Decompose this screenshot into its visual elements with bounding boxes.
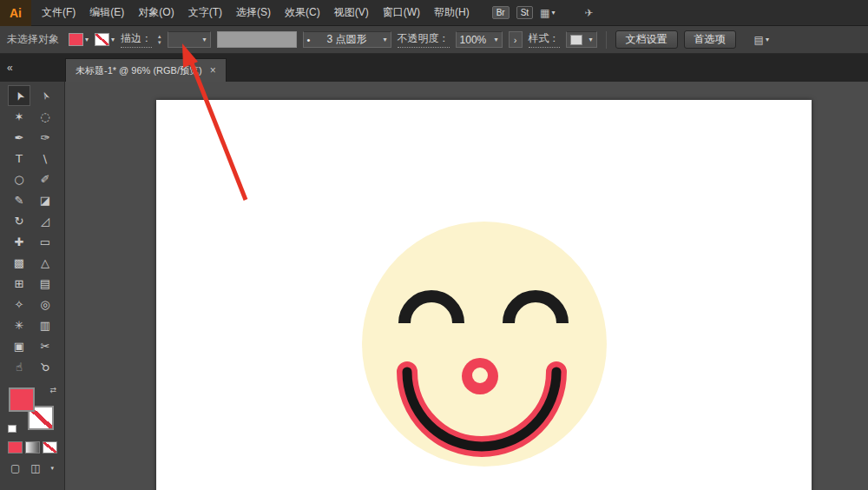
- menu-item[interactable]: 文件(F): [35, 0, 82, 26]
- toolbar-header: «: [0, 54, 65, 82]
- workspace-switcher[interactable]: ▦ ▾: [540, 7, 555, 19]
- chevron-down-icon: ▾: [111, 36, 115, 43]
- direct-selection-tool-icon: ➢: [37, 89, 53, 103]
- document-setup-button[interactable]: 文档设置: [615, 30, 678, 49]
- scale-tool-icon: ◿: [41, 215, 49, 228]
- stock-button[interactable]: St: [516, 6, 533, 19]
- bridge-button[interactable]: Br: [492, 6, 510, 19]
- perspective-grid-tool-icon: △: [41, 256, 49, 269]
- style-panel-link[interactable]: 样式：: [529, 31, 560, 48]
- tool-grid: ➤ ➢ ✶ ◌ ✒ ✑: [0, 85, 64, 377]
- pencil-tool[interactable]: ✎: [8, 189, 30, 210]
- column-graph-tool[interactable]: ▥: [34, 315, 56, 335]
- scale-tool[interactable]: ◿: [34, 210, 56, 231]
- menu-item[interactable]: 窗口(W): [376, 0, 427, 26]
- rotate-tool-icon: ↻: [15, 215, 24, 228]
- nose-inner-shape[interactable]: [472, 368, 488, 383]
- symbol-sprayer-tool[interactable]: ✳: [8, 315, 30, 335]
- gradient-mode-button[interactable]: [25, 441, 40, 454]
- stroke-color-control[interactable]: ▾: [95, 33, 115, 46]
- menu-items: 文件(F) 编辑(E) 对象(O) 文字(T) 选择(S) 效果(C) 视图(V…: [35, 0, 477, 26]
- mesh-tool[interactable]: ⊞: [8, 273, 30, 294]
- opacity-panel-link[interactable]: 不透明度：: [398, 31, 450, 48]
- stroke-panel-link[interactable]: 描边：: [121, 31, 152, 48]
- smiley-artwork[interactable]: [156, 100, 812, 490]
- stroke-color-swatch[interactable]: [95, 33, 109, 46]
- lasso-tool[interactable]: ◌: [34, 106, 56, 127]
- magic-wand-tool-icon: ✶: [15, 110, 24, 123]
- draw-mode-icon[interactable]: ▢: [10, 462, 20, 474]
- ellipse-tool[interactable]: ○: [8, 169, 30, 189]
- type-tool-icon: T: [16, 152, 23, 165]
- selection-tool[interactable]: ➤: [8, 85, 30, 106]
- chevron-right-icon: ›: [514, 35, 517, 45]
- brush-definition-combo[interactable]: • 3 点圆形 ▾: [303, 31, 391, 48]
- stepper-down-icon[interactable]: ▾: [158, 40, 161, 45]
- face-shape[interactable]: [362, 222, 607, 467]
- blend-tool[interactable]: ◎: [34, 294, 56, 315]
- preferences-button[interactable]: 首选项: [684, 30, 736, 49]
- menu-item[interactable]: 对象(O): [131, 0, 181, 26]
- perspective-grid-tool[interactable]: △: [34, 252, 56, 273]
- fill-proxy-swatch[interactable]: [9, 387, 35, 412]
- fill-color-swatch[interactable]: [69, 33, 83, 46]
- symbol-sprayer-tool-icon: ✳: [15, 319, 24, 332]
- artboard[interactable]: [156, 100, 812, 490]
- magic-wand-tool[interactable]: ✶: [8, 106, 30, 127]
- menu-item[interactable]: 文字(T): [181, 0, 229, 26]
- canvas-area[interactable]: [65, 82, 868, 490]
- eraser-tool-icon: ◪: [40, 194, 50, 207]
- fill-color-control[interactable]: ▾: [69, 33, 89, 46]
- document-tab[interactable]: 未标题-1* @ 96% (RGB/预览) ×: [65, 58, 227, 82]
- style-combo[interactable]: ▾: [566, 31, 597, 48]
- type-tool[interactable]: T: [8, 148, 30, 169]
- none-mode-button[interactable]: [43, 441, 57, 454]
- zoom-tool[interactable]: ⚲: [34, 356, 56, 377]
- pen-tool[interactable]: ✒: [8, 127, 30, 148]
- divider: [606, 31, 607, 49]
- mesh-tool-icon: ⊞: [15, 277, 24, 290]
- panel-icon: ▤: [754, 34, 764, 46]
- menu-item[interactable]: 选择(S): [229, 0, 278, 26]
- menu-item[interactable]: 视图(V): [327, 0, 376, 26]
- shape-builder-tool[interactable]: ▩: [8, 252, 30, 273]
- tools-panel: ➤ ➢ ✶ ◌ ✒ ✑: [0, 82, 65, 490]
- screen-mode-icon[interactable]: ◫: [30, 462, 40, 474]
- color-mode-button[interactable]: [8, 441, 23, 454]
- main-area: ➤ ➢ ✶ ◌ ✒ ✑: [0, 82, 868, 490]
- chevron-down-icon: ▾: [551, 9, 555, 17]
- hand-tool[interactable]: ☝: [8, 356, 30, 377]
- curvature-tool[interactable]: ✑: [34, 127, 56, 148]
- slice-tool[interactable]: ✂: [34, 335, 56, 356]
- stroke-width-combo[interactable]: ▾: [168, 31, 211, 48]
- toolbar-bottom-icons: ▢ ◫ ▾: [0, 462, 64, 474]
- brush-definition-value: 3 点圆形: [326, 32, 366, 47]
- free-transform-tool[interactable]: ▭: [34, 231, 56, 252]
- gradient-tool[interactable]: ▤: [34, 273, 56, 294]
- opacity-combo[interactable]: 100% ▾: [456, 31, 503, 48]
- paintbrush-tool[interactable]: ✐: [34, 169, 56, 189]
- menu-item[interactable]: 编辑(E): [82, 0, 131, 26]
- opacity-more-button[interactable]: ›: [509, 31, 523, 48]
- close-icon[interactable]: ×: [210, 64, 216, 76]
- menu-item[interactable]: 帮助(H): [427, 0, 477, 26]
- line-tool[interactable]: \: [34, 148, 56, 169]
- rotate-tool[interactable]: ↻: [8, 210, 30, 231]
- eyedropper-tool[interactable]: ✧: [8, 294, 30, 315]
- chevron-down-icon: ▾: [85, 36, 89, 43]
- collapse-toolbar-icon[interactable]: «: [7, 62, 13, 74]
- direct-selection-tool[interactable]: ➢: [34, 85, 56, 106]
- share-button[interactable]: ✈: [584, 7, 593, 19]
- stroke-width-stepper[interactable]: ▴ ▾: [158, 34, 161, 45]
- swap-fill-stroke-icon[interactable]: ⇄: [49, 386, 56, 394]
- control-panel-menu[interactable]: ▤ ▾: [754, 34, 769, 46]
- menu-bar: Ai 文件(F) 编辑(E) 对象(O) 文字(T) 选择(S) 效果(C) 视…: [0, 0, 868, 26]
- pen-tool-icon: ✒: [15, 131, 24, 144]
- menu-item[interactable]: 效果(C): [278, 0, 327, 26]
- default-fill-stroke-icon[interactable]: [8, 425, 16, 433]
- selection-tool-icon: ➤: [11, 89, 27, 103]
- artboard-tool[interactable]: ▣: [8, 335, 30, 356]
- eraser-tool[interactable]: ◪: [34, 189, 56, 210]
- line-tool-icon: \: [43, 152, 47, 165]
- width-tool[interactable]: ✚: [8, 231, 30, 252]
